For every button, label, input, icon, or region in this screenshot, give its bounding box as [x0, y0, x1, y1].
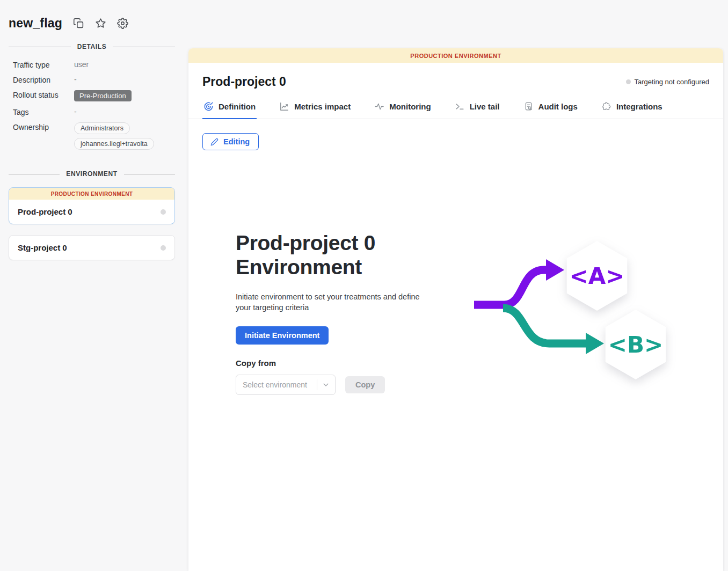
traffic-type-label: Traffic type: [13, 60, 74, 69]
tab-integrations[interactable]: Integrations: [600, 98, 664, 119]
environment-title: Prod-project 0: [202, 75, 286, 89]
gear-icon[interactable]: [117, 18, 128, 29]
details-list: Traffic type user Description - Rollout …: [9, 60, 175, 150]
pencil-icon: [210, 138, 219, 146]
tab-monitoring[interactable]: Monitoring: [373, 98, 432, 119]
variant-a-label: <A>: [570, 263, 625, 289]
main-panel: PRODUCTION ENVIRONMENT Prod-project 0 Ta…: [188, 48, 723, 571]
editing-button[interactable]: Editing: [202, 133, 259, 150]
ownership-chip[interactable]: Administrators: [74, 122, 130, 134]
editing-button-label: Editing: [223, 137, 250, 146]
environment-status-dot: [161, 245, 166, 251]
target-pen-icon: [203, 101, 214, 112]
tags-label: Tags: [13, 107, 74, 116]
hero-description: Initiate environment to set your treatme…: [236, 292, 435, 313]
environment-card-stg[interactable]: Stg-project 0: [9, 235, 175, 260]
rollout-status-label: Rollout status: [13, 90, 74, 99]
chevron-down-icon: [322, 381, 330, 389]
divider: [317, 379, 317, 390]
tab-label: Audit logs: [538, 102, 578, 111]
environment-hero: Prod-project 0 Environment Initiate envi…: [202, 231, 709, 395]
environment-name: Stg-project 0: [18, 243, 67, 252]
puzzle-icon: [601, 101, 611, 112]
environment-section-title: ENVIRONMENT: [66, 170, 117, 178]
hexagon-b: <B>: [606, 310, 666, 379]
tab-label: Integrations: [616, 102, 663, 111]
tab-audit-logs[interactable]: Audit logs: [522, 98, 579, 119]
divider: [9, 47, 71, 47]
select-placeholder: Select environment: [243, 380, 314, 389]
divider: [9, 174, 60, 174]
document-search-icon: [523, 101, 534, 112]
copy-from-label: Copy from: [236, 358, 435, 368]
split-branch-b: [503, 308, 587, 343]
variant-b-label: <B>: [608, 332, 663, 358]
sidebar: DETAILS Traffic type user Description - …: [0, 35, 188, 571]
rollout-status-badge: Pre-Production: [74, 90, 132, 101]
tab-metrics-impact[interactable]: Metrics impact: [278, 98, 352, 119]
copy-icon[interactable]: [73, 18, 84, 29]
tab-label: Live tail: [470, 102, 500, 111]
details-section-title: DETAILS: [77, 43, 107, 50]
tab-bar: Definition Metrics impact Monitoring: [188, 98, 723, 119]
divider: [124, 174, 175, 174]
traffic-type-value: user: [74, 60, 175, 69]
chart-line-icon: [279, 101, 289, 112]
ab-split-illustration: <A> <B>: [473, 233, 677, 395]
environment-name: Prod-project 0: [18, 207, 72, 216]
tab-definition[interactable]: Definition: [202, 98, 257, 119]
divider: [113, 47, 175, 47]
initiate-environment-button[interactable]: Initiate Environment: [236, 326, 329, 345]
terminal-icon: [455, 101, 465, 112]
copy-button[interactable]: Copy: [345, 376, 385, 393]
ownership-chip[interactable]: johannes.liegl+travolta: [74, 138, 154, 150]
hexagon-a: <A>: [567, 241, 628, 311]
environment-status-dot: [161, 209, 166, 215]
split-branch-a: [474, 270, 547, 305]
ownership-label: Ownership: [13, 122, 74, 131]
targeting-status-dot: [626, 79, 631, 84]
hero-heading: Prod-project 0 Environment: [236, 231, 435, 279]
pulse-icon: [374, 101, 384, 112]
arrow-b-icon: [586, 333, 604, 354]
description-value: -: [74, 75, 175, 84]
environment-section-header: ENVIRONMENT: [9, 170, 175, 178]
description-label: Description: [13, 75, 74, 84]
environment-section: ENVIRONMENT PRODUCTION ENVIRONMENT Prod-…: [9, 170, 175, 260]
tab-label: Definition: [219, 102, 256, 111]
panel-header: Prod-project 0 Targeting not configured: [188, 63, 723, 89]
tab-live-tail[interactable]: Live tail: [454, 98, 501, 119]
details-section-header: DETAILS: [9, 43, 175, 50]
page-header: new_flag: [0, 0, 728, 35]
tab-label: Monitoring: [389, 102, 431, 111]
production-environment-banner: PRODUCTION ENVIRONMENT: [9, 188, 174, 200]
ownership-chips: Administrators johannes.liegl+travolta: [74, 122, 175, 150]
targeting-status-text: Targeting not configured: [635, 78, 709, 86]
tab-label: Metrics impact: [294, 102, 351, 111]
tags-value: -: [74, 107, 175, 116]
tab-content: Editing Prod-project 0 Environment Initi…: [188, 119, 723, 395]
environment-select[interactable]: Select environment: [236, 375, 336, 395]
star-icon[interactable]: [95, 18, 106, 29]
targeting-status: Targeting not configured: [626, 78, 709, 86]
flag-name-title: new_flag: [9, 16, 62, 31]
arrow-a-icon: [546, 259, 564, 281]
environment-card-prod[interactable]: PRODUCTION ENVIRONMENT Prod-project 0: [9, 187, 175, 224]
production-environment-banner: PRODUCTION ENVIRONMENT: [188, 48, 723, 63]
